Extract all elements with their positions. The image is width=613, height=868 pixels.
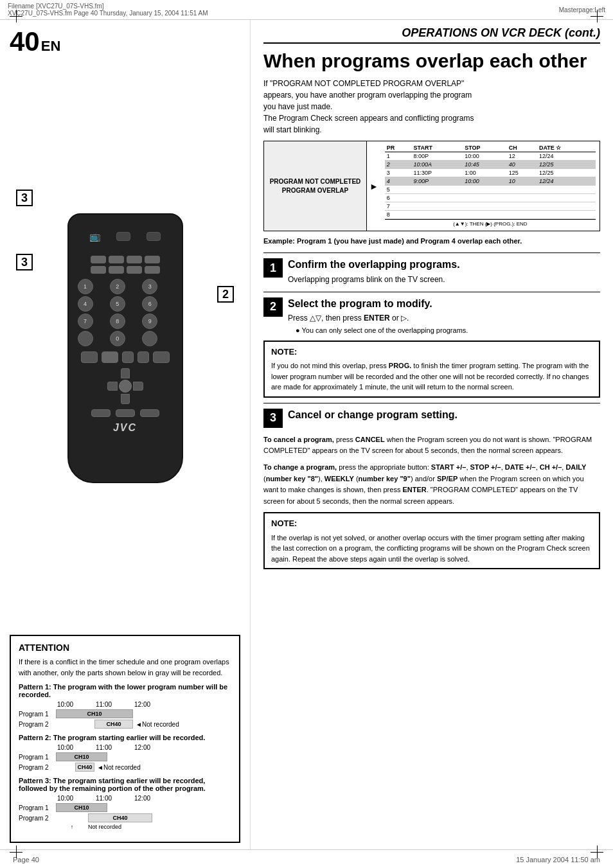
p2-not-recorded: ◄ Not recorded xyxy=(97,764,141,771)
pattern3-timeline: 10:00 11:00 12:00 Program 1 CH10 Program… xyxy=(19,795,231,830)
col-date: DATE ☆ xyxy=(537,144,596,152)
corner-crosshair-tl xyxy=(10,10,22,22)
corner-crosshair-br xyxy=(591,846,603,858)
remote-num0[interactable]: 0 xyxy=(110,331,125,346)
ops-title: OPERATIONS ON VCR DECK (cont.) xyxy=(263,26,600,44)
col-stop: STOP xyxy=(463,144,506,152)
remote-num7[interactable]: 7 xyxy=(78,314,93,329)
note2-box: NOTE: If the overlap is not yet solved, … xyxy=(263,512,600,569)
step1-desc: Overlapping programs blink on the TV scr… xyxy=(288,274,600,285)
screen-right-table: PR START STOP CH DATE ☆ 18:00P10:001212/… xyxy=(381,141,600,231)
attention-title: ATTENTION xyxy=(19,642,231,653)
remote-rewind-btn[interactable] xyxy=(81,351,98,363)
dpad-center-btn[interactable] xyxy=(119,380,132,393)
remote-bottom-btn2[interactable] xyxy=(116,409,135,417)
screen-footer: (▲▼): THEN (▶) (PROG.): END xyxy=(385,219,596,228)
remote-step-label-3b: 3 xyxy=(16,254,33,270)
remote-minus3[interactable] xyxy=(127,266,142,274)
pattern2-timeline: 10:00 11:00 12:00 Program 1 CH10 Program… xyxy=(19,744,231,772)
remote-num5[interactable]: 5 xyxy=(110,296,125,312)
remote-bottom-row xyxy=(69,409,182,417)
dpad-up-btn[interactable] xyxy=(121,368,130,378)
remote-bottom-btn1[interactable] xyxy=(91,409,111,417)
remote-plus4[interactable] xyxy=(145,256,160,263)
p3-not-recorded: Not recorded xyxy=(88,824,121,830)
dpad-down-btn[interactable] xyxy=(121,394,130,404)
remote-illustration: 📺 1 xyxy=(10,74,240,622)
remote-pause-btn[interactable] xyxy=(138,351,149,363)
footer-date: 15 January 2004 11:50 am xyxy=(516,856,600,864)
col-pr: PR xyxy=(385,144,412,152)
remote-num8[interactable]: 8 xyxy=(110,314,125,329)
remote-num9[interactable]: 9 xyxy=(142,314,157,329)
step1-heading: Confirm the overlapping programs. xyxy=(288,258,600,270)
step1-block: 1 Confirm the overlapping programs. Over… xyxy=(263,258,600,285)
remote-numpad: 1 2 3 4 5 6 7 8 9 0 xyxy=(69,276,182,349)
p1-ch40-bar: CH40 xyxy=(94,720,133,729)
p3-ch40-bar: CH40 xyxy=(88,813,152,822)
p1-not-recorded: ◄ Not recorded xyxy=(136,721,179,728)
note1-text: If you do not mind this overlap, press P… xyxy=(271,360,592,393)
page-number: 40 EN xyxy=(10,26,60,57)
remote-minus1[interactable] xyxy=(91,266,106,274)
note2-text: If the overlap is not yet solved, or ano… xyxy=(271,533,592,565)
divider1 xyxy=(263,252,600,253)
remote-num1[interactable]: 1 xyxy=(78,279,93,294)
intro-text: If "PROGRAM NOT COMPLETED PROGRAM OVERLA… xyxy=(263,78,600,136)
remote-num6[interactable]: 6 xyxy=(142,296,157,312)
pattern2-title: Pattern 2: The program starting earlier … xyxy=(19,734,231,741)
dpad-left-btn[interactable] xyxy=(107,382,118,391)
remote-control: 📺 1 xyxy=(67,213,183,483)
remote-top-area: 📺 xyxy=(69,215,182,253)
table-row: 311:30P1:0012512/25 xyxy=(385,169,596,177)
step2-sub: ● You can only select one of the overlap… xyxy=(288,326,600,334)
pattern1-title: Pattern 1: The program with the lower pr… xyxy=(19,683,231,698)
page-header: Filename [XVC27U_07S-VHS.fm] XVC27U_07S-… xyxy=(0,0,613,20)
step2-content: Select the program to modify. Press △▽, … xyxy=(288,297,600,334)
note1-box: NOTE: If you do not mind this overlap, p… xyxy=(263,341,600,398)
step3-cancel-text: To cancel a program, press CANCEL when t… xyxy=(263,434,600,457)
page-content: 40 EN 📺 xyxy=(0,20,613,849)
remote-plus-row xyxy=(69,256,182,263)
remote-step-label-2: 2 xyxy=(217,286,234,303)
remote-minus-row xyxy=(69,266,182,274)
screen-left-message: PROGRAM NOT COMPLETED PROGRAM OVERLAP xyxy=(264,141,367,231)
step2-desc: Press △▽, then press ENTER or ▷. xyxy=(288,312,600,324)
remote-transport xyxy=(69,351,182,363)
remote-num3[interactable]: 3 xyxy=(142,279,157,294)
page-footer: Page 40 15 January 2004 11:50 am xyxy=(0,849,613,868)
remote-ffwd-btn[interactable] xyxy=(153,351,170,363)
attention-box: ATTENTION If there is a conflict in the … xyxy=(10,635,240,843)
step3-change-text: To change a program, press the appropria… xyxy=(263,462,600,507)
program-table: PR START STOP CH DATE ☆ 18:00P10:001212/… xyxy=(385,144,596,219)
remote-minus2[interactable] xyxy=(109,266,124,274)
note1-title: NOTE: xyxy=(271,346,592,359)
step3-block: 3 Cancel or change program setting. xyxy=(263,409,600,428)
pattern1-timeline: 10:00 11:00 12:00 Program 1 CH10 Program… xyxy=(19,701,231,729)
example-text: Example: Program 1 (you have just made) … xyxy=(263,236,600,246)
remote-btn-top1[interactable] xyxy=(116,232,130,241)
main-title: When programs overlap each other xyxy=(263,50,600,71)
remote-num4[interactable]: 4 xyxy=(78,296,93,312)
remote-btn-top2[interactable] xyxy=(147,232,161,241)
remote-plus2[interactable] xyxy=(109,256,124,263)
step3-heading: Cancel or change program setting. xyxy=(288,409,600,421)
program-screen-display: PROGRAM NOT COMPLETED PROGRAM OVERLAP ► … xyxy=(263,141,600,231)
remote-bottom-btn3[interactable] xyxy=(140,409,159,417)
step1-content: Confirm the overlapping programs. Overla… xyxy=(288,258,600,285)
step2-block: 2 Select the program to modify. Press △▽… xyxy=(263,297,600,334)
table-header-row: PR START STOP CH DATE ☆ xyxy=(385,144,596,152)
col-start: START xyxy=(412,144,463,152)
step3-content: Cancel or change program setting. xyxy=(288,409,600,423)
remote-num-extra xyxy=(142,331,157,346)
remote-stop-btn[interactable] xyxy=(122,351,134,363)
remote-plus3[interactable] xyxy=(127,256,142,263)
remote-num2[interactable]: 2 xyxy=(110,279,125,294)
remote-play-btn[interactable] xyxy=(102,351,118,363)
remote-plus1[interactable] xyxy=(91,256,106,263)
remote-minus4[interactable] xyxy=(145,266,160,274)
table-row: 210:00A10:454012/25 xyxy=(385,161,596,169)
remote-num-blank xyxy=(78,331,93,346)
table-row: 8 xyxy=(385,211,596,219)
dpad-right-btn[interactable] xyxy=(133,382,143,391)
